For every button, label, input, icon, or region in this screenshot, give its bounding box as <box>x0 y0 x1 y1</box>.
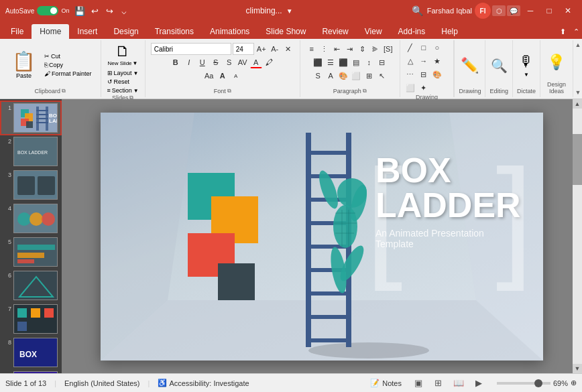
slide-sorter-button[interactable]: ⊞ <box>431 376 446 391</box>
indent-decrease-button[interactable]: ⇤ <box>331 43 343 55</box>
italic-button[interactable]: I <box>183 56 195 68</box>
layout-button[interactable]: ⊞ Layout ▼ <box>105 69 141 77</box>
numbering-button[interactable]: ⋮ <box>318 43 331 55</box>
autosave-toggle[interactable] <box>37 6 58 15</box>
shape-star[interactable]: ★ <box>431 55 443 67</box>
select-button[interactable]: ↖ <box>375 70 388 82</box>
accessibility-status[interactable]: ♿ Accessibility: Investigate <box>158 379 249 387</box>
section-dropdown-icon[interactable]: ▼ <box>133 88 139 94</box>
tab-file[interactable]: File <box>3 24 32 39</box>
ribbon-scroll-up[interactable]: ▲ <box>573 40 582 50</box>
strikethrough-button[interactable]: S <box>210 56 222 68</box>
notes-button[interactable]: 📝 Notes <box>366 377 406 389</box>
underline-button[interactable]: U <box>196 56 209 68</box>
minimize-button[interactable]: ─ <box>522 2 539 19</box>
shape-rect[interactable]: □ <box>418 42 430 54</box>
dictate-icon[interactable]: 🎙 <box>519 53 534 70</box>
font-name-input[interactable] <box>151 43 231 55</box>
justify-button[interactable]: ▤ <box>350 56 362 68</box>
undo-icon[interactable]: ↩ <box>89 5 100 16</box>
change-case-button[interactable]: Aa <box>203 70 215 82</box>
border-button[interactable]: ⬜ <box>350 70 362 82</box>
tab-home[interactable]: Home <box>32 24 69 39</box>
shadow-button[interactable]: S <box>223 56 235 68</box>
comments-icon[interactable]: 💬 <box>507 5 520 16</box>
tab-review[interactable]: Review <box>314 24 356 39</box>
text-outline-button[interactable]: A <box>325 70 337 82</box>
align-center-button[interactable]: ☰ <box>325 56 337 68</box>
slideshow-view-button[interactable]: ▶ <box>471 376 486 391</box>
reading-view-button[interactable]: 📖 <box>451 376 466 391</box>
layout-dropdown-icon[interactable]: ▼ <box>133 70 139 76</box>
slide-panel[interactable]: 1 BOX LAD <box>0 99 62 373</box>
shape-arrow[interactable]: → <box>418 55 430 67</box>
bullets-button[interactable]: ≡ <box>306 43 318 55</box>
format-painter-button[interactable]: 🖌 Format Painter <box>42 70 94 78</box>
cut-button[interactable]: ✂ Cut <box>42 52 94 60</box>
tab-view[interactable]: View <box>357 24 390 39</box>
align-columns-button[interactable]: ⫸ <box>369 43 382 55</box>
tab-slideshow[interactable]: Slide Show <box>257 24 314 39</box>
tab-addins[interactable]: Add-ins <box>390 24 434 39</box>
col-button[interactable]: ⊟ <box>375 56 388 68</box>
new-slide-dropdown-icon[interactable]: ▼ <box>133 60 138 66</box>
shape-tri[interactable]: △ <box>404 55 416 67</box>
zoom-thumb[interactable] <box>534 379 542 387</box>
shape-effects[interactable]: ✦ <box>418 82 430 94</box>
tab-help[interactable]: Help <box>433 24 466 39</box>
align-right-button[interactable]: ⬛ <box>337 56 349 68</box>
ribbon-collapse-icon[interactable]: ⌃ <box>570 25 582 38</box>
scroll-thumb[interactable] <box>573 134 582 185</box>
ribbon-scroll[interactable]: ▲ ▼ <box>573 40 582 97</box>
slide-thumb-9[interactable]: 9 LADDER <box>1 370 60 373</box>
font-size-input[interactable] <box>233 43 254 55</box>
tab-insert[interactable]: Insert <box>69 24 105 39</box>
tab-design[interactable]: Design <box>105 24 146 39</box>
shape-outline[interactable]: ⬜ <box>404 82 416 94</box>
slide-thumb-5[interactable]: 5 <box>1 236 60 268</box>
font-size-increase-button[interactable]: A+ <box>255 43 268 55</box>
arrange-button[interactable]: ⊞ <box>363 70 375 82</box>
ribbon-share-icon[interactable]: ⬆ <box>557 25 569 38</box>
shape-oval[interactable]: ○ <box>431 42 443 54</box>
line-spacing-button[interactable]: ↕ <box>363 56 375 68</box>
canvas-scrollbar[interactable]: ▲ ▼ <box>573 99 582 373</box>
tab-transitions[interactable]: Transitions <box>147 24 202 39</box>
smartart-button[interactable]: [S] <box>382 43 394 55</box>
text-direction-button[interactable]: ⇕ <box>357 43 369 55</box>
search-icon[interactable]: 🔍 <box>409 4 426 17</box>
slide-thumb-6[interactable]: 6 <box>1 269 60 302</box>
shape-more[interactable]: ⋯ <box>404 68 416 80</box>
text-shadow-button[interactable]: S <box>312 70 324 82</box>
slide-thumb-2[interactable]: 2 BOX LADDER <box>1 135 60 168</box>
redo-icon[interactable]: ↪ <box>104 5 115 16</box>
align-left-button[interactable]: ⬛ <box>312 56 324 68</box>
font-highlight-button[interactable]: 🖍 <box>264 56 276 68</box>
dictate-dropdown[interactable]: ▼ <box>524 72 529 78</box>
font-expand-icon[interactable]: ⧉ <box>227 88 231 94</box>
clear-format-button[interactable]: ✕ <box>282 43 294 55</box>
drawing-tool-icon[interactable]: ✏️ <box>461 57 479 74</box>
bold-button[interactable]: B <box>170 56 182 68</box>
ribbon-scroll-down[interactable]: ▼ <box>573 88 582 97</box>
zoom-slider[interactable] <box>497 382 550 385</box>
slide-thumb-1[interactable]: 1 BOX LAD <box>1 102 60 134</box>
section-button[interactable]: ≡ Section ▼ <box>105 86 141 94</box>
tab-animations[interactable]: Animations <box>202 24 257 39</box>
customize-icon[interactable]: ⌵ <box>119 5 129 16</box>
char-spacing-button[interactable]: AV <box>237 56 249 68</box>
editing-icon[interactable]: 🔍 <box>491 58 508 74</box>
arrange-shapes[interactable]: ⊟ <box>418 68 430 80</box>
scroll-up-button[interactable]: ▲ <box>573 99 582 109</box>
font-color-button[interactable]: A <box>250 56 262 68</box>
font-size-decrease-button[interactable]: A- <box>269 43 281 55</box>
paragraph-expand-icon[interactable]: ⧉ <box>363 88 367 94</box>
copy-button[interactable]: ⎘ Copy <box>42 61 94 69</box>
shape-line[interactable]: ╱ <box>404 42 416 54</box>
title-dropdown-icon[interactable]: ▼ <box>286 7 293 15</box>
design-ideas-icon[interactable]: 💡 <box>547 54 565 71</box>
maximize-button[interactable]: □ <box>540 2 558 19</box>
new-slide-button[interactable]: 🗋 New Slide ▼ <box>105 42 141 68</box>
scroll-down-button[interactable]: ▼ <box>573 364 582 373</box>
slide-thumb-3[interactable]: 3 <box>1 169 60 201</box>
